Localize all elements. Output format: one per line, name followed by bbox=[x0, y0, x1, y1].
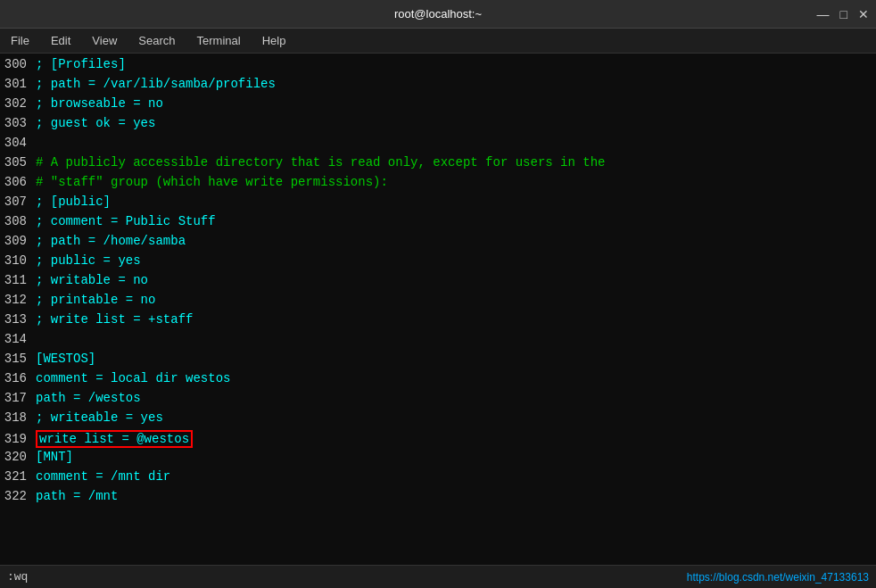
line-content: # A publicly accessible directory that i… bbox=[32, 155, 606, 170]
terminal-line: 309; path = /home/samba bbox=[0, 234, 876, 253]
line-number: 316 bbox=[0, 371, 32, 385]
terminal-line: 300; [Profiles] bbox=[0, 57, 876, 77]
vim-command: :wq bbox=[7, 570, 28, 584]
line-number: 303 bbox=[0, 116, 32, 130]
terminal-line: 320 [MNT] bbox=[0, 450, 876, 469]
line-number: 312 bbox=[0, 293, 32, 307]
terminal-line: 317 path = /westos bbox=[0, 391, 876, 410]
terminal-line: 316 comment = local dir westos bbox=[0, 371, 876, 391]
line-number: 321 bbox=[0, 469, 32, 484]
terminal-line: 303; guest ok = yes bbox=[0, 116, 876, 136]
line-content: ; path = /home/samba bbox=[32, 234, 186, 248]
terminal-line: 310; public = yes bbox=[0, 253, 876, 273]
menu-search[interactable]: Search bbox=[135, 32, 178, 49]
line-content: comment = /mnt dir bbox=[32, 469, 170, 484]
terminal-line: 302; browseable = no bbox=[0, 96, 876, 116]
line-number: 313 bbox=[0, 312, 32, 327]
line-number: 322 bbox=[0, 489, 32, 503]
line-number: 302 bbox=[0, 96, 32, 111]
menu-edit[interactable]: Edit bbox=[47, 32, 74, 49]
line-number: 315 bbox=[0, 352, 32, 366]
terminal-line: 308; comment = Public Stuff bbox=[0, 214, 876, 234]
line-content: # "staff" group (which have write permis… bbox=[32, 175, 388, 189]
minimize-button[interactable]: — bbox=[817, 7, 830, 21]
maximize-button[interactable]: □ bbox=[840, 7, 847, 21]
line-number: 314 bbox=[0, 332, 32, 346]
terminal-line: 305# A publicly accessible directory tha… bbox=[0, 155, 876, 175]
line-content: comment = local dir westos bbox=[32, 371, 230, 385]
line-number: 310 bbox=[0, 253, 32, 268]
line-content: ; browseable = no bbox=[32, 96, 163, 111]
line-number: 304 bbox=[0, 136, 32, 150]
status-bar: :wq https://blog.csdn.net/weixin_4713361… bbox=[0, 565, 876, 588]
menu-file[interactable]: File bbox=[7, 32, 33, 49]
terminal-line: 312; printable = no bbox=[0, 293, 876, 312]
line-content: ; write list = +staff bbox=[32, 312, 193, 327]
terminal-line: 321 comment = /mnt dir bbox=[0, 469, 876, 489]
menu-view[interactable]: View bbox=[88, 32, 120, 49]
line-content: [MNT] bbox=[32, 450, 73, 464]
line-content: path = /westos bbox=[32, 391, 141, 405]
terminal-line: 315 [WESTOS] bbox=[0, 352, 876, 371]
line-content: ; [Profiles] bbox=[32, 57, 126, 71]
terminal-line: 306# "staff" group (which have write per… bbox=[0, 175, 876, 195]
line-number: 320 bbox=[0, 450, 32, 464]
terminal-line: 318; writeable = yes bbox=[0, 410, 876, 430]
line-content: ; writeable = yes bbox=[32, 410, 163, 425]
line-number: 318 bbox=[0, 410, 32, 425]
line-content: ; guest ok = yes bbox=[32, 116, 155, 130]
line-number: 309 bbox=[0, 234, 32, 248]
line-content: ; path = /var/lib/samba/profiles bbox=[32, 77, 276, 91]
line-number: 308 bbox=[0, 214, 32, 228]
terminal-line: 322 path = /mnt bbox=[0, 489, 876, 509]
title-bar: root@localhost:~ — □ ✕ bbox=[0, 0, 876, 29]
line-number: 307 bbox=[0, 195, 32, 209]
terminal-body[interactable]: 300; [Profiles]301; path = /var/lib/samb… bbox=[0, 54, 876, 565]
line-number: 306 bbox=[0, 175, 32, 189]
line-content: [WESTOS] bbox=[32, 352, 95, 366]
line-content: ; writable = no bbox=[32, 273, 148, 287]
url-link: https://blog.csdn.net/weixin_47133613 bbox=[687, 571, 869, 584]
window-title: root@localhost:~ bbox=[394, 7, 482, 21]
line-content: write list = @westos bbox=[32, 430, 193, 448]
close-button[interactable]: ✕ bbox=[858, 7, 869, 21]
terminal-line: 313; write list = +staff bbox=[0, 312, 876, 332]
line-content: path = /mnt bbox=[32, 489, 118, 503]
terminal-line: 311; writable = no bbox=[0, 273, 876, 293]
line-number: 301 bbox=[0, 77, 32, 91]
line-number: 305 bbox=[0, 155, 32, 170]
line-number: 311 bbox=[0, 273, 32, 287]
menu-bar: File Edit View Search Terminal Help bbox=[0, 29, 876, 54]
line-content: ; comment = Public Stuff bbox=[32, 214, 216, 228]
line-content: ; [public] bbox=[32, 195, 111, 209]
line-content: ; printable = no bbox=[32, 293, 155, 307]
terminal-line: 304 bbox=[0, 136, 876, 155]
window-controls: — □ ✕ bbox=[817, 7, 869, 21]
line-content: ; public = yes bbox=[32, 253, 141, 268]
terminal-line: 314 bbox=[0, 332, 876, 352]
terminal-line: 319 write list = @westos bbox=[0, 430, 876, 450]
terminal-line: 301; path = /var/lib/samba/profiles bbox=[0, 77, 876, 96]
menu-terminal[interactable]: Terminal bbox=[194, 32, 244, 49]
menu-help[interactable]: Help bbox=[259, 32, 290, 49]
line-number: 300 bbox=[0, 57, 32, 71]
terminal-line: 307; [public] bbox=[0, 195, 876, 214]
line-number: 317 bbox=[0, 391, 32, 405]
line-number: 319 bbox=[0, 432, 32, 446]
